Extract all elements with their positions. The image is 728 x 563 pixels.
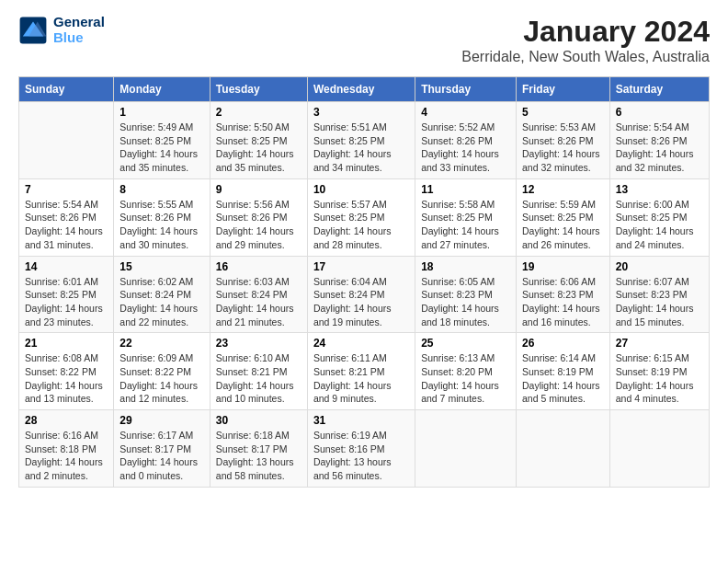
calendar-cell: 17Sunrise: 6:04 AMSunset: 8:24 PMDayligh… <box>307 256 415 333</box>
day-number: 15 <box>119 260 204 273</box>
col-header-monday: Monday <box>114 77 210 102</box>
calendar-cell: 11Sunrise: 5:58 AMSunset: 8:25 PMDayligh… <box>415 178 517 256</box>
col-header-saturday: Saturday <box>609 77 709 102</box>
day-info: Sunrise: 5:56 AMSunset: 8:26 PMDaylight:… <box>216 198 301 252</box>
day-info: Sunrise: 5:57 AMSunset: 8:25 PMDaylight:… <box>313 198 409 252</box>
day-number: 4 <box>421 106 510 119</box>
calendar-cell: 22Sunrise: 6:09 AMSunset: 8:22 PMDayligh… <box>114 333 210 410</box>
day-number: 24 <box>313 337 409 350</box>
calendar-cell: 21Sunrise: 6:08 AMSunset: 8:22 PMDayligh… <box>19 333 114 410</box>
calendar-cell: 20Sunrise: 6:07 AMSunset: 8:23 PMDayligh… <box>609 256 709 333</box>
day-number: 20 <box>616 260 703 273</box>
col-header-wednesday: Wednesday <box>307 77 415 102</box>
calendar-cell: 14Sunrise: 6:01 AMSunset: 8:25 PMDayligh… <box>19 256 114 333</box>
calendar-week-row: 28Sunrise: 6:16 AMSunset: 8:18 PMDayligh… <box>19 410 710 488</box>
day-number: 7 <box>25 183 108 196</box>
day-info: Sunrise: 5:52 AMSunset: 8:26 PMDaylight:… <box>421 121 510 175</box>
day-number: 23 <box>216 337 301 350</box>
day-info: Sunrise: 5:54 AMSunset: 8:26 PMDaylight:… <box>616 121 703 175</box>
day-number: 16 <box>216 260 301 273</box>
day-info: Sunrise: 6:13 AMSunset: 8:20 PMDaylight:… <box>421 351 510 406</box>
calendar-week-row: 14Sunrise: 6:01 AMSunset: 8:25 PMDayligh… <box>19 256 710 333</box>
day-info: Sunrise: 6:11 AMSunset: 8:21 PMDaylight:… <box>313 351 409 406</box>
day-info: Sunrise: 6:16 AMSunset: 8:18 PMDaylight:… <box>25 429 108 483</box>
logo: General Blue <box>18 15 105 45</box>
day-info: Sunrise: 6:03 AMSunset: 8:24 PMDaylight:… <box>216 275 301 329</box>
day-info: Sunrise: 5:59 AMSunset: 8:25 PMDaylight:… <box>522 198 604 252</box>
day-number: 1 <box>119 106 204 119</box>
calendar-cell: 24Sunrise: 6:11 AMSunset: 8:21 PMDayligh… <box>307 333 415 410</box>
calendar-cell: 23Sunrise: 6:10 AMSunset: 8:21 PMDayligh… <box>210 333 307 410</box>
page-subtitle: Berridale, New South Wales, Australia <box>461 49 710 65</box>
day-info: Sunrise: 6:00 AMSunset: 8:25 PMDaylight:… <box>616 198 703 252</box>
day-info: Sunrise: 6:10 AMSunset: 8:21 PMDaylight:… <box>216 351 301 406</box>
day-number: 13 <box>616 183 703 196</box>
day-number: 28 <box>25 414 108 427</box>
day-number: 27 <box>616 337 703 350</box>
day-info: Sunrise: 6:05 AMSunset: 8:23 PMDaylight:… <box>421 275 510 329</box>
calendar-cell: 16Sunrise: 6:03 AMSunset: 8:24 PMDayligh… <box>210 256 307 333</box>
page-title: January 2024 <box>461 15 710 49</box>
day-info: Sunrise: 6:19 AMSunset: 8:16 PMDaylight:… <box>313 429 409 483</box>
day-number: 29 <box>119 414 204 427</box>
day-number: 30 <box>216 414 301 427</box>
day-number: 18 <box>421 260 510 273</box>
day-number: 5 <box>522 106 604 119</box>
calendar-cell: 27Sunrise: 6:15 AMSunset: 8:19 PMDayligh… <box>609 333 709 410</box>
day-info: Sunrise: 6:06 AMSunset: 8:23 PMDaylight:… <box>522 275 604 329</box>
day-info: Sunrise: 5:53 AMSunset: 8:26 PMDaylight:… <box>522 121 604 175</box>
day-number: 10 <box>313 183 409 196</box>
day-info: Sunrise: 6:08 AMSunset: 8:22 PMDaylight:… <box>25 351 108 406</box>
calendar-cell: 7Sunrise: 5:54 AMSunset: 8:26 PMDaylight… <box>19 178 114 256</box>
day-info: Sunrise: 6:04 AMSunset: 8:24 PMDaylight:… <box>313 275 409 329</box>
calendar-cell: 2Sunrise: 5:50 AMSunset: 8:25 PMDaylight… <box>210 102 307 179</box>
header: General Blue January 2024 Berridale, New… <box>18 15 710 65</box>
calendar-cell: 29Sunrise: 6:17 AMSunset: 8:17 PMDayligh… <box>114 410 210 488</box>
calendar-cell: 19Sunrise: 6:06 AMSunset: 8:23 PMDayligh… <box>516 256 609 333</box>
calendar-cell: 15Sunrise: 6:02 AMSunset: 8:24 PMDayligh… <box>114 256 210 333</box>
calendar-cell <box>516 410 609 488</box>
calendar-cell: 3Sunrise: 5:51 AMSunset: 8:25 PMDaylight… <box>307 102 415 179</box>
calendar-cell <box>19 102 114 179</box>
logo-text: General Blue <box>53 15 105 45</box>
day-number: 3 <box>313 106 409 119</box>
day-info: Sunrise: 5:49 AMSunset: 8:25 PMDaylight:… <box>119 121 204 175</box>
day-info: Sunrise: 5:58 AMSunset: 8:25 PMDaylight:… <box>421 198 510 252</box>
col-header-thursday: Thursday <box>415 77 517 102</box>
day-number: 25 <box>421 337 510 350</box>
calendar-cell: 18Sunrise: 6:05 AMSunset: 8:23 PMDayligh… <box>415 256 517 333</box>
calendar-cell <box>415 410 517 488</box>
calendar-cell: 6Sunrise: 5:54 AMSunset: 8:26 PMDaylight… <box>609 102 709 179</box>
day-info: Sunrise: 5:50 AMSunset: 8:25 PMDaylight:… <box>216 121 301 175</box>
calendar-cell: 8Sunrise: 5:55 AMSunset: 8:26 PMDaylight… <box>114 178 210 256</box>
day-number: 8 <box>119 183 204 196</box>
calendar-cell: 4Sunrise: 5:52 AMSunset: 8:26 PMDaylight… <box>415 102 517 179</box>
logo-icon <box>18 16 48 45</box>
day-info: Sunrise: 6:17 AMSunset: 8:17 PMDaylight:… <box>119 429 204 483</box>
calendar-cell: 25Sunrise: 6:13 AMSunset: 8:20 PMDayligh… <box>415 333 517 410</box>
calendar-cell: 9Sunrise: 5:56 AMSunset: 8:26 PMDaylight… <box>210 178 307 256</box>
day-number: 17 <box>313 260 409 273</box>
calendar-cell: 31Sunrise: 6:19 AMSunset: 8:16 PMDayligh… <box>307 410 415 488</box>
day-number: 11 <box>421 183 510 196</box>
calendar-cell: 30Sunrise: 6:18 AMSunset: 8:17 PMDayligh… <box>210 410 307 488</box>
calendar-header-row: SundayMondayTuesdayWednesdayThursdayFrid… <box>19 77 710 102</box>
day-info: Sunrise: 6:07 AMSunset: 8:23 PMDaylight:… <box>616 275 703 329</box>
calendar-week-row: 1Sunrise: 5:49 AMSunset: 8:25 PMDaylight… <box>19 102 710 179</box>
day-number: 22 <box>119 337 204 350</box>
calendar-cell: 28Sunrise: 6:16 AMSunset: 8:18 PMDayligh… <box>19 410 114 488</box>
day-number: 2 <box>216 106 301 119</box>
calendar-cell <box>609 410 709 488</box>
day-info: Sunrise: 6:14 AMSunset: 8:19 PMDaylight:… <box>522 351 604 406</box>
day-number: 19 <box>522 260 604 273</box>
calendar-cell: 10Sunrise: 5:57 AMSunset: 8:25 PMDayligh… <box>307 178 415 256</box>
calendar-cell: 12Sunrise: 5:59 AMSunset: 8:25 PMDayligh… <box>516 178 609 256</box>
day-number: 12 <box>522 183 604 196</box>
calendar-cell: 26Sunrise: 6:14 AMSunset: 8:19 PMDayligh… <box>516 333 609 410</box>
day-number: 9 <box>216 183 301 196</box>
calendar-week-row: 7Sunrise: 5:54 AMSunset: 8:26 PMDaylight… <box>19 178 710 256</box>
calendar-cell: 1Sunrise: 5:49 AMSunset: 8:25 PMDaylight… <box>114 102 210 179</box>
calendar-table: SundayMondayTuesdayWednesdayThursdayFrid… <box>18 76 710 488</box>
day-info: Sunrise: 6:09 AMSunset: 8:22 PMDaylight:… <box>119 351 204 406</box>
day-info: Sunrise: 5:55 AMSunset: 8:26 PMDaylight:… <box>119 198 204 252</box>
